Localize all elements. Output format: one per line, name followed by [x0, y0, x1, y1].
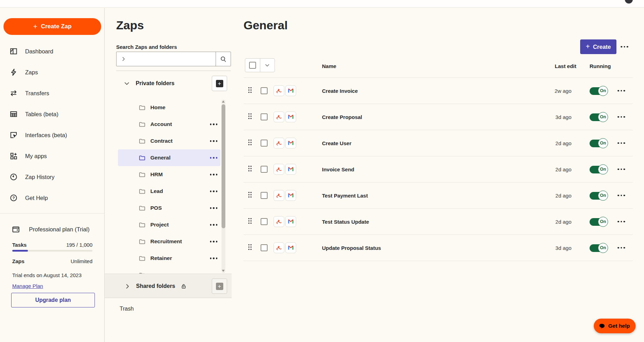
select-all-checkbox-cell[interactable]	[245, 59, 260, 72]
zap-on-toggle[interactable]: On	[590, 138, 608, 148]
transfers-icon	[9, 89, 18, 97]
zap-name[interactable]: Create Proposal	[322, 114, 362, 120]
manage-plan-link[interactable]: Manage Plan	[12, 283, 43, 289]
zap-name[interactable]: Test Payment Last	[322, 193, 368, 199]
folder-name: Account	[150, 121, 172, 127]
trash-link[interactable]: Trash	[120, 306, 134, 312]
zap-row-menu-button[interactable]	[617, 116, 625, 118]
column-header-name[interactable]: Name	[322, 63, 336, 69]
folder-item-partial[interactable]	[118, 267, 220, 274]
folder-menu-button[interactable]	[210, 207, 218, 209]
select-dropdown-cell[interactable]	[260, 59, 275, 72]
search-label: Search Zaps and folders	[116, 44, 177, 50]
add-private-folder-button[interactable]: +	[212, 76, 227, 91]
column-header-last-edit[interactable]: Last edit	[541, 63, 576, 69]
zap-name[interactable]: Test Status Update	[322, 219, 369, 225]
folder-item-home[interactable]: Home	[118, 99, 220, 116]
private-folders-header[interactable]: Private folders	[124, 76, 174, 91]
zap-on-toggle[interactable]: On	[590, 191, 608, 201]
folder-menu-button[interactable]	[210, 140, 218, 142]
nav-label: Dashboard	[25, 48, 53, 55]
zap-on-toggle[interactable]: On	[590, 86, 608, 96]
drag-handle-icon[interactable]	[248, 139, 252, 147]
folder-item-general-selected[interactable]: General	[118, 149, 220, 166]
zap-name[interactable]: Update Proposal Status	[322, 245, 381, 251]
folder-actions-menu-button[interactable]	[621, 39, 628, 54]
folder-item-project[interactable]: Project	[118, 216, 220, 233]
drag-handle-icon[interactable]	[248, 113, 252, 121]
shared-folders-header[interactable]: Shared folders	[125, 274, 187, 298]
zap-row-menu-button[interactable]	[617, 195, 625, 196]
sidebar-item-dashboard[interactable]: Dashboard	[0, 41, 104, 62]
add-shared-folder-button[interactable]: +	[212, 278, 227, 294]
tasks-row: Tasks 195 / 1,000	[12, 242, 92, 248]
tasks-label: Tasks	[12, 242, 27, 248]
sidebar-item-transfers[interactable]: Transfers	[0, 83, 104, 104]
scrollbar-thumb[interactable]	[222, 104, 225, 228]
folder-item-lead[interactable]: Lead	[118, 183, 220, 200]
folder-menu-button[interactable]	[210, 258, 218, 259]
folder-item-recruitment[interactable]: Recruitment	[118, 233, 220, 250]
create-zap-button[interactable]: + Create Zap	[3, 18, 101, 35]
folders-divider	[116, 70, 231, 71]
select-all-checkbox[interactable]	[249, 62, 256, 69]
folder-item-hrm[interactable]: HRM	[118, 166, 220, 183]
zap-last-edit: 2d ago	[530, 166, 571, 172]
folder-icon	[138, 205, 146, 212]
zap-name[interactable]: Invoice Send	[322, 166, 354, 172]
create-button[interactable]: + Create	[580, 39, 616, 54]
zap-row-menu-button[interactable]	[617, 90, 625, 92]
folder-menu-button[interactable]	[210, 241, 218, 243]
search-button[interactable]	[216, 52, 231, 66]
folder-item-pos[interactable]: POS	[118, 200, 220, 216]
drag-handle-icon[interactable]	[248, 165, 252, 173]
nav-label: Zaps	[25, 69, 38, 76]
sidebar-item-zaps[interactable]: Zaps	[0, 62, 104, 83]
row-checkbox[interactable]	[261, 166, 268, 173]
folder-menu-button[interactable]	[210, 124, 218, 125]
folder-menu-button[interactable]	[210, 174, 218, 176]
zap-row-menu-button[interactable]	[617, 247, 625, 249]
zap-row-menu-button[interactable]	[617, 142, 625, 144]
sidebar-item-get-help[interactable]: ? Get Help	[0, 187, 104, 208]
zap-on-toggle[interactable]: On	[590, 164, 608, 174]
zap-on-toggle[interactable]: On	[590, 243, 608, 253]
trial-note: Trial ends on August 14, 2023	[12, 272, 82, 278]
zap-row-menu-button[interactable]	[617, 221, 625, 223]
zap-name[interactable]: Create User	[322, 140, 351, 146]
get-help-button[interactable]: Get help	[594, 319, 636, 333]
sidebar-item-my-apps[interactable]: My apps	[0, 146, 104, 166]
upgrade-plan-button[interactable]: Upgrade plan	[11, 293, 95, 307]
row-checkbox[interactable]	[261, 87, 268, 94]
row-checkbox[interactable]	[261, 113, 268, 120]
plus-icon: +	[33, 23, 37, 30]
row-checkbox[interactable]	[261, 192, 268, 199]
drag-handle-icon[interactable]	[248, 244, 252, 252]
column-header-running[interactable]: Running	[590, 63, 611, 69]
folder-item-retainer[interactable]: Retainer	[118, 250, 220, 267]
scroll-down-arrow[interactable]	[222, 270, 225, 272]
row-checkbox[interactable]	[261, 218, 268, 225]
folder-item-contract[interactable]: Contract	[118, 133, 220, 149]
folder-menu-button[interactable]	[210, 191, 218, 192]
folder-menu-button[interactable]	[210, 224, 218, 226]
folder-menu-button[interactable]	[210, 157, 218, 159]
create-button-label: Create	[593, 44, 611, 50]
drag-handle-icon[interactable]	[248, 87, 252, 95]
zap-on-toggle[interactable]: On	[590, 217, 608, 227]
zap-on-toggle[interactable]: On	[590, 112, 608, 122]
folder-scrollbar[interactable]	[222, 99, 225, 273]
zap-row-menu-button[interactable]	[617, 169, 625, 170]
row-checkbox[interactable]	[261, 140, 268, 147]
sidebar-item-interfaces[interactable]: Interfaces (beta)	[0, 125, 104, 146]
folder-name: Project	[150, 222, 169, 228]
search-input[interactable]	[129, 56, 216, 62]
sidebar-item-tables[interactable]: Tables (beta)	[0, 104, 104, 125]
zap-name[interactable]: Create Invoice	[322, 88, 358, 94]
drag-handle-icon[interactable]	[248, 192, 252, 200]
scroll-up-arrow[interactable]	[222, 101, 225, 103]
folder-item-account[interactable]: Account	[118, 116, 220, 133]
drag-handle-icon[interactable]	[248, 218, 252, 226]
row-checkbox[interactable]	[261, 244, 268, 251]
sidebar-item-zap-history[interactable]: Zap History	[0, 166, 104, 187]
